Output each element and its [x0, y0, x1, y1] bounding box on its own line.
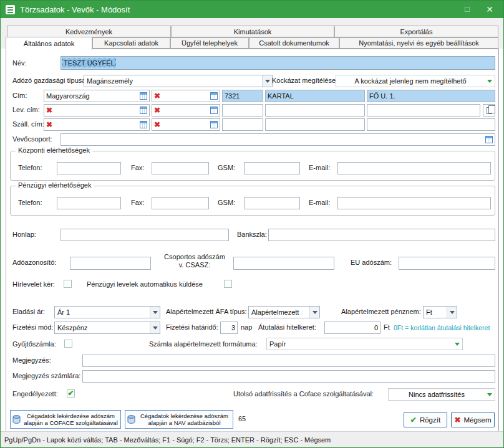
- vevocsoport-label: Vevőcsoport:: [12, 135, 52, 143]
- coface-query-button[interactable]: Cégadatok lekérdezése adószámalapján a C…: [10, 410, 121, 429]
- database-icon: [127, 415, 135, 424]
- maximize-button[interactable]: □: [458, 3, 476, 16]
- fax-label: Fax:: [131, 164, 144, 171]
- penznem-label: Alapértelmezett pénznem:: [341, 308, 421, 315]
- penznem-select[interactable]: Ft: [423, 306, 457, 318]
- kockazat-label: Kockázat megítélése:: [272, 77, 337, 84]
- close-button[interactable]: ✕: [481, 3, 498, 16]
- szall-cim-irsz-input[interactable]: [222, 118, 263, 131]
- bankszla-input[interactable]: [268, 229, 495, 241]
- adozo-label: Adózó gazdasági típusa:: [12, 77, 87, 84]
- lookup-icon[interactable]: [140, 107, 147, 114]
- eladasi-ar-select[interactable]: Ár 1: [54, 306, 160, 318]
- gyujtoszamla-label: Gyűjtőszámla:: [12, 340, 56, 348]
- kozponti-gsm-input[interactable]: [244, 162, 300, 174]
- missing-value-icon: ✖: [46, 121, 52, 128]
- kozponti-email-input[interactable]: [337, 162, 491, 174]
- chevron-down-icon: [485, 389, 495, 400]
- tab-exportalas[interactable]: Exportálás: [334, 26, 498, 37]
- gsm-label: GSM:: [218, 199, 235, 206]
- tab-kedvezmenyek[interactable]: Kedvezmények: [7, 26, 171, 37]
- tab-altalanos-adatok[interactable]: Általános adatok: [6, 37, 92, 50]
- szall-cim-utca-input[interactable]: [367, 118, 495, 131]
- kockazat-select[interactable]: A kockázat jelenleg nem megítélhető: [336, 75, 495, 87]
- szall-cim-kozterulet-field[interactable]: ✖: [152, 118, 220, 131]
- cim-orszag-field[interactable]: Magyarország: [44, 90, 150, 102]
- nev-selected-text: TESZT ÜGYFÉL: [63, 59, 115, 67]
- statusbar: PgUp/PgDn - Lapok közti váltás; TAB - Me…: [1, 431, 503, 447]
- rogzit-button[interactable]: ✔ Rögzít: [404, 412, 447, 427]
- penzugyi-telefon-input[interactable]: [57, 197, 121, 209]
- gsm-label: GSM:: [218, 164, 235, 171]
- penzugyi-gsm-input[interactable]: [244, 197, 300, 209]
- tab-ugyfel-telephelyek[interactable]: Ügyfél telephelyek: [170, 37, 249, 49]
- gyujtoszamla-checkbox[interactable]: [64, 340, 72, 348]
- lev-cim-irsz-input[interactable]: [222, 104, 263, 117]
- lookup-icon[interactable]: [210, 107, 218, 114]
- lev-cim-orszag-field[interactable]: ✖: [44, 104, 150, 117]
- hitelkeret-input[interactable]: [324, 322, 380, 334]
- cim-kozterulet-field[interactable]: ✖: [152, 90, 220, 102]
- coface-frissites-select[interactable]: Nincs adatfrissítés: [388, 388, 495, 401]
- szamla-formatum-select[interactable]: Papír: [266, 338, 463, 350]
- megjegyzes-szamlara-input[interactable]: [82, 370, 495, 383]
- afa-tipus-select[interactable]: Alapértelmezett: [248, 306, 320, 318]
- megjegyzes-szamlara-label: Megjegyzés számlára:: [12, 372, 80, 379]
- engedelyezett-checkbox[interactable]: ✔: [67, 389, 75, 398]
- megjegyzes-input[interactable]: [82, 355, 495, 367]
- csoportos-adoszam-input[interactable]: [233, 257, 334, 270]
- lookup-icon[interactable]: [140, 92, 147, 100]
- kozponti-telefon-input[interactable]: [57, 162, 121, 174]
- copy-address-button[interactable]: [483, 104, 495, 117]
- afa-tipus-label: Alapértelmezett ÁFA típus:: [166, 308, 247, 315]
- lev-cim-telepules-input[interactable]: [265, 104, 365, 117]
- cim-telepules-input[interactable]: [265, 90, 365, 102]
- lev-cim-kozterulet-field[interactable]: ✖: [152, 104, 220, 117]
- window-title: Törzsadatok - Vevők - Módosít: [20, 5, 130, 14]
- adozo-tipus-select[interactable]: Magánszemély: [84, 75, 273, 87]
- tab-csatolt-dokumentumok[interactable]: Csatolt dokumentumok: [249, 37, 339, 49]
- lookup-icon[interactable]: [485, 136, 493, 143]
- kozponti-elerhetosegek-group: Központi elérhetőségek Telefon: Fax: GSM…: [10, 151, 495, 181]
- tab-nyomtatasi-beallitasok[interactable]: Nyomtatási, nyelvi és egyéb beállítások: [339, 37, 498, 49]
- lookup-icon[interactable]: [210, 92, 218, 100]
- szall-cim-orszag-field[interactable]: ✖: [44, 118, 150, 131]
- missing-value-icon: ✖: [46, 107, 52, 114]
- adoazonosito-label: Adóazonosító:: [12, 259, 56, 266]
- cancel-icon: ✖: [454, 416, 460, 424]
- telefon-label: Telefon:: [18, 199, 42, 206]
- megsem-button[interactable]: ✖ Mégsem: [451, 412, 495, 427]
- nav-query-button[interactable]: Cégadatok lekérdezése adószámalapján a N…: [125, 410, 233, 429]
- lookup-icon[interactable]: [210, 121, 218, 128]
- hirlevel-checkbox[interactable]: [64, 280, 72, 288]
- lev-cim-utca-input[interactable]: [367, 104, 480, 117]
- ft-label: Ft: [384, 323, 390, 331]
- szall-cim-telepules-input[interactable]: [265, 118, 365, 131]
- tab-kapcsolati-adatok[interactable]: Kapcsolati adatok: [92, 37, 170, 49]
- honlap-label: Honlap:: [12, 231, 36, 238]
- penzugyi-email-input[interactable]: [337, 197, 491, 209]
- cim-utca-input[interactable]: [367, 90, 495, 102]
- fizetesi-hatarido-input[interactable]: [220, 322, 238, 334]
- engedelyezett-label: Engedélyezett:: [12, 390, 58, 398]
- honlap-input[interactable]: [61, 229, 229, 241]
- penzugyi-fax-input[interactable]: [152, 197, 209, 209]
- vevocsoport-field[interactable]: [61, 133, 495, 146]
- eu-adoszam-input[interactable]: [399, 257, 495, 270]
- lookup-icon[interactable]: [140, 121, 147, 128]
- cim-label: Cím:: [12, 92, 27, 99]
- penzugyi-levelek-checkbox[interactable]: [224, 280, 232, 288]
- fizetesi-mod-label: Fizetési mód:: [12, 323, 53, 331]
- tab-kimutatasok[interactable]: Kimutatások: [171, 26, 334, 37]
- fizetesi-mod-select[interactable]: Készpénz: [54, 322, 160, 334]
- copy-icon: [487, 107, 492, 114]
- penzugyi-levelek-label: Pénzügyi levelek automatikus küldése: [87, 280, 203, 288]
- kozponti-fax-input[interactable]: [152, 162, 209, 174]
- tabstrip: Kedvezmények Kimutatások Exportálás Álta…: [1, 18, 503, 49]
- fax-label: Fax:: [131, 199, 144, 206]
- coface-frissites-label: Utolsó adatfrissítés a Coface szolgáltat…: [233, 390, 374, 398]
- nev-input[interactable]: TESZT ÜGYFÉL: [61, 56, 495, 70]
- cim-irsz-input[interactable]: [222, 90, 263, 102]
- titlebar: Törzsadatok - Vevők - Módosít □ ✕: [1, 1, 503, 18]
- adoazonosito-input[interactable]: [70, 257, 151, 270]
